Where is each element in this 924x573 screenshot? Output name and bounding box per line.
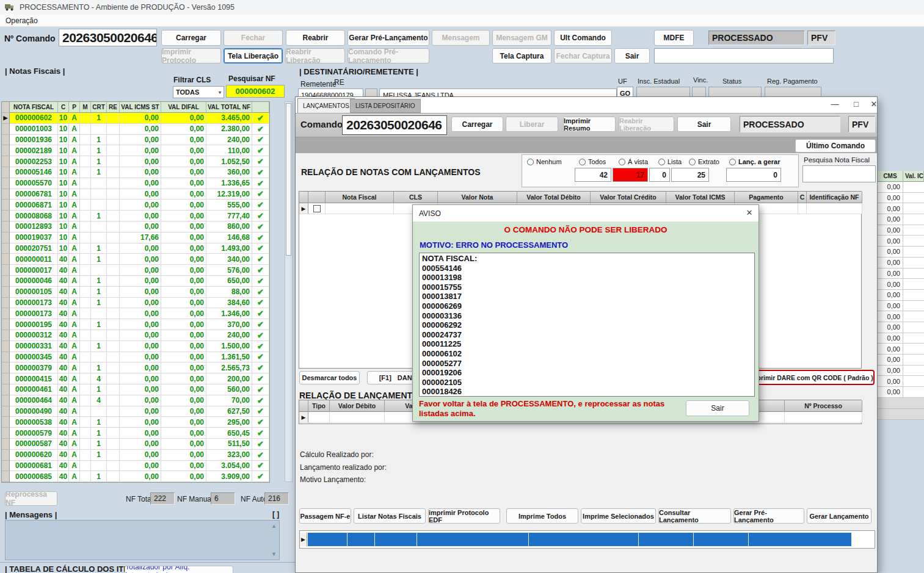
desmarcar-todos-button[interactable]: Desmarcar todos (299, 371, 360, 384)
tela-liberacao-button[interactable]: Tela Liberação (224, 48, 283, 63)
notas-row[interactable]: 00001903710A17,660,00146,68✔ (2, 232, 269, 243)
row-selector[interactable] (2, 330, 10, 341)
notas-row[interactable]: 00000687110A0,000,00555,00✔ (2, 200, 269, 211)
radio--vista[interactable]: Á vista (619, 158, 648, 165)
notas-row[interactable]: 00000193610A10,000,00240,00✔ (2, 135, 269, 146)
row-selector[interactable] (2, 461, 10, 472)
row-selector[interactable] (2, 308, 10, 319)
column-header[interactable]: M (80, 102, 91, 113)
notas-row[interactable]: 00000053840A10,000,00295,00✔ (2, 417, 269, 428)
ultimo-comando-button[interactable]: Último Comando (795, 139, 876, 153)
row-selector[interactable] (2, 276, 10, 287)
notas-row[interactable]: 00000068140A0,000,003.054,00✔ (2, 461, 269, 472)
reabrir-button[interactable]: Reabrir (286, 30, 345, 46)
row-selector[interactable] (2, 243, 10, 254)
notas-row[interactable]: 00000001140A10,000,00340,00✔ (2, 254, 269, 265)
scrollbar-thumb[interactable] (286, 103, 291, 256)
toolbar-empty-field[interactable] (654, 48, 834, 63)
notas-row[interactable]: 00000010540A10,000,0088,00✔ (2, 287, 269, 298)
scroll-up-icon[interactable]: ▲ (271, 523, 277, 529)
row-checkbox[interactable] (313, 205, 321, 212)
aviso-nota-item[interactable]: 000005277 (422, 359, 752, 369)
mdfe-button[interactable]: MDFE (654, 30, 694, 46)
row-selector[interactable] (2, 373, 10, 384)
gerar-pre-lancamento-button[interactable]: Gerar Pré-Lançamento (347, 30, 429, 46)
notas-row[interactable]: 00000033140A10,000,001.500,00✔ (2, 341, 269, 352)
close-icon[interactable]: ✕ (867, 99, 881, 109)
notas-row[interactable]: 00000017340A0,000,001.346,00✔ (2, 308, 269, 319)
notas-row[interactable]: 00000019540A10,000,00370,00✔ (2, 319, 269, 330)
column-header[interactable]: CRT (91, 102, 107, 113)
row-selector[interactable] (2, 439, 10, 450)
selected-row[interactable] (308, 533, 851, 546)
notas-row[interactable]: 00000034540A0,000,001.361,50✔ (2, 352, 269, 363)
notas-row[interactable]: 00000037940A10,000,002.565,73✔ (2, 362, 269, 373)
row-selector[interactable] (2, 341, 10, 352)
notas-row[interactable]: 00000514610A10,000,00360,00✔ (2, 167, 269, 178)
row-selector[interactable] (2, 406, 10, 417)
aviso-nota-item[interactable]: 000013198 (422, 273, 752, 283)
notas-row[interactable]: 00001289310A0,000,00860,00✔ (2, 222, 269, 232)
notas-row[interactable]: ▶00000060210A10,000,003.465,00✔ (2, 113, 269, 124)
notas-row[interactable]: 00000557010A0,000,001.336,65✔ (2, 178, 269, 189)
aviso-nota-item[interactable]: 000002105 (422, 378, 752, 387)
notas-row[interactable]: 00000041540A40,000,00200,00✔ (2, 373, 269, 384)
menu-operacao[interactable]: Operação (5, 16, 38, 25)
aviso-nota-item[interactable]: 000006269 (422, 301, 752, 311)
aviso-nota-item[interactable]: 000015755 (422, 283, 752, 292)
notas-row[interactable]: 00002075110A10,000,001.493,00✔ (2, 243, 269, 254)
dialog-carregar-button[interactable]: Carregar (451, 117, 503, 132)
radio-lista[interactable]: Lista (658, 158, 682, 165)
comando-input[interactable]: 20263050020646 (59, 29, 157, 46)
row-selector[interactable] (2, 135, 10, 146)
aviso-sair-button[interactable]: Sair (686, 400, 749, 416)
column-header[interactable]: CLS (394, 192, 438, 203)
aviso-nota-item[interactable]: 000019206 (422, 368, 752, 378)
column-header[interactable]: Nota Fiscal (326, 192, 394, 203)
row-selector[interactable] (2, 178, 10, 189)
radio-lan-a-gerar[interactable]: Lanç. a gerar (729, 158, 780, 165)
notas-row[interactable]: 00000031240A0,000,00240,00✔ (2, 330, 269, 341)
tab-lista-depositario[interactable]: LISTA DEPOSITÁRIO (350, 99, 421, 113)
aviso-nota-item[interactable]: 000011225 (422, 339, 752, 349)
radio-extrato[interactable]: Extrato (689, 158, 719, 165)
column-header[interactable]: Valor Total Crédito (591, 192, 666, 203)
close-icon[interactable]: ✕ (743, 208, 756, 217)
row-selector[interactable] (2, 211, 10, 222)
column-header[interactable]: Valor Total ICMS (666, 192, 735, 203)
column-header[interactable]: VAL DIFAL (161, 102, 206, 113)
aviso-nota-list[interactable]: NOTA FISCAL:0005541460000131980000157550… (419, 253, 755, 397)
pesquisa-nota-fiscal-input[interactable] (802, 165, 876, 182)
row-selector[interactable] (2, 189, 10, 200)
column-header[interactable]: Pagamento (735, 192, 798, 203)
row-selector[interactable] (2, 265, 10, 276)
notas-row[interactable]: 00000049040A0,000,00627,50✔ (2, 406, 269, 417)
pesquisar-nf-input[interactable]: 000000602 (226, 85, 285, 98)
notas-grid-scrollbar[interactable] (285, 101, 293, 482)
row-selector[interactable] (2, 471, 10, 482)
aviso-nota-item[interactable]: 000003136 (422, 311, 752, 321)
row-selector[interactable] (2, 417, 10, 428)
column-header[interactable]: Valor Débito (330, 400, 385, 412)
aviso-nota-item[interactable]: 000006102 (422, 349, 752, 359)
aviso-nota-item[interactable]: 000024737 (422, 330, 752, 340)
row-selector[interactable] (2, 222, 10, 232)
aviso-nota-item[interactable]: 000018426 (422, 387, 752, 397)
totalizador-button[interactable]: Totalizador por Alíq. Interestadual (125, 566, 233, 573)
imprimir-dare-button[interactable]: Imprimir DARE com QR CODE ( Padrão ) (749, 370, 874, 384)
column-header[interactable]: RE (107, 102, 120, 113)
row-selector[interactable] (2, 362, 10, 373)
row-selector[interactable] (2, 145, 10, 156)
dialog-bottom-button[interactable]: Listar Notas Fiscais (354, 508, 426, 524)
dialog-sair-button[interactable]: Sair (677, 117, 731, 132)
notas-row[interactable]: 00000062040A10,000,00323,00✔ (2, 450, 269, 461)
row-selector[interactable]: ▶ (2, 113, 10, 124)
notas-row[interactable]: 00000046440A40,000,0070,00✔ (2, 395, 269, 406)
aviso-nota-item[interactable]: 000554146 (422, 264, 752, 273)
notas-row[interactable]: 00000004640A10,000,00650,00✔ (2, 276, 269, 287)
notas-row[interactable]: 00000068540A10,000,003.909,00✔ (2, 471, 269, 482)
column-header[interactable]: NOTA FISCAL (10, 102, 58, 113)
tab-lancamentos[interactable]: LANÇAMENTOS (297, 98, 355, 113)
aviso-nota-item[interactable]: 000006292 (422, 320, 752, 330)
radio-nenhum[interactable]: Nenhum (527, 158, 562, 165)
